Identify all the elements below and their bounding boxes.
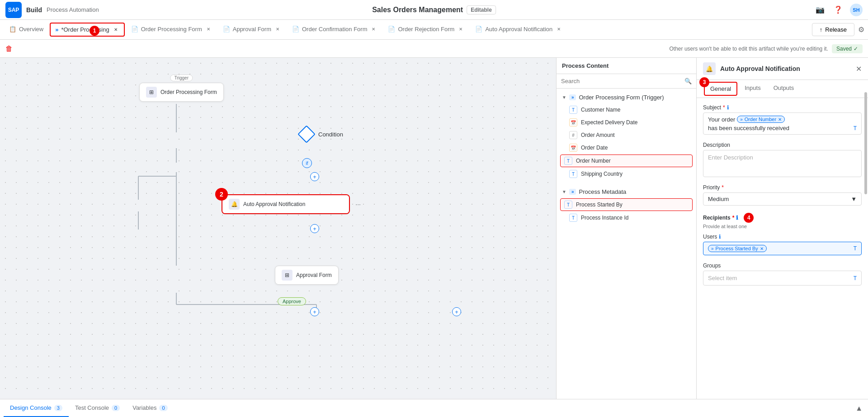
tab-auto-approval-notification[interactable]: 📄 Auto Approval Notification ✕	[470, 20, 568, 39]
item-label-process-started-by: Process Started By	[576, 201, 623, 208]
header-icons: 📷 ❓ SH	[814, 4, 863, 16]
tab-approval-form[interactable]: 📄 Approval Form ✕	[217, 20, 287, 39]
subject-input[interactable]: Your order » Order Number ✕ has been suc…	[703, 112, 862, 135]
users-chip[interactable]: » Process Started By ✕	[708, 245, 767, 252]
tab-outputs-label: Outputs	[774, 84, 794, 91]
description-input[interactable]: Enter Description	[703, 150, 862, 177]
plus-circle-4[interactable]: +	[452, 307, 461, 316]
auto-approval-icon: 🔔	[229, 199, 240, 210]
item-expected-delivery[interactable]: 📅 Expected Delivery Date	[557, 116, 696, 129]
section-header-2[interactable]: ▼ » Process Metadata	[557, 186, 696, 198]
item-order-number[interactable]: T Order Number	[560, 155, 693, 167]
item-type-hash-1: #	[569, 131, 577, 139]
right-panel-close[interactable]: ✕	[856, 65, 862, 73]
close-icon-5[interactable]: ✕	[555, 26, 562, 33]
groups-placeholder: Select item	[708, 275, 737, 281]
approval-box[interactable]: ⊞ Approval Form	[275, 266, 339, 285]
item-process-started-by[interactable]: T Process Started By	[560, 198, 693, 211]
item-order-date[interactable]: 📅 Order Date	[557, 141, 696, 154]
delete-icon[interactable]: 🗑	[5, 45, 13, 53]
approve-badge: Approve	[278, 297, 306, 305]
plus-below-approve[interactable]: +	[310, 307, 319, 316]
auto-approval-box[interactable]: 🔔 Auto Approval Notification	[222, 195, 349, 213]
subject-required: *	[723, 104, 725, 111]
close-icon-1[interactable]: ✕	[205, 26, 212, 33]
close-icon-3[interactable]: ✕	[370, 26, 377, 33]
plus-below-auto[interactable]: +	[310, 224, 319, 233]
section-tag-1: »	[569, 94, 576, 100]
tab-order-rejection-form[interactable]: 📄 Order Rejection Form ✕	[382, 20, 470, 39]
settings-icon[interactable]: ⚙	[858, 25, 864, 34]
close-icon-2[interactable]: ✕	[274, 26, 281, 33]
condition-label: Condition	[318, 131, 343, 138]
plus-circle-1[interactable]: +	[310, 172, 319, 181]
tab-order-processing-close[interactable]: ✕	[112, 26, 119, 33]
chip-close-icon[interactable]: ✕	[778, 117, 782, 122]
section-process-metadata: ▼ » Process Metadata T Process Started B…	[557, 183, 696, 227]
saved-badge: Saved ✓	[832, 44, 863, 53]
subject-prefix: Your order	[708, 116, 735, 123]
tab-order-processing[interactable]: » *Order Processing ✕	[50, 23, 124, 37]
close-icon-4[interactable]: ✕	[457, 26, 464, 33]
bottom-tab-test-console[interactable]: Test Console 0	[69, 399, 126, 417]
section-header-1[interactable]: ▼ » Order Processing Form (Trigger)	[557, 91, 696, 103]
trigger-label: Trigger	[170, 75, 193, 81]
users-type-icon: T	[854, 245, 857, 252]
avatar[interactable]: SH	[850, 4, 863, 16]
item-label-order-amount: Order Amount	[581, 132, 615, 138]
groups-label: Groups	[703, 262, 862, 269]
variables-label: Variables	[132, 404, 156, 411]
bottom-tab-design-console[interactable]: Design Console 3	[4, 399, 69, 417]
users-chip-close[interactable]: ✕	[760, 246, 764, 251]
tab-outputs[interactable]: Outputs	[767, 80, 801, 98]
item-type-cal-2: 📅	[569, 144, 577, 152]
help-icon[interactable]: ❓	[832, 4, 844, 16]
tab-overview[interactable]: 📋 Overview	[4, 20, 49, 39]
tab-inputs[interactable]: Inputs	[738, 80, 767, 98]
description-label: Description	[703, 142, 862, 148]
item-label-expected-delivery: Expected Delivery Date	[581, 119, 637, 126]
section-order-processing-form: ▼ » Order Processing Form (Trigger) T Cu…	[557, 89, 696, 183]
plus-circle-2[interactable]: +	[310, 224, 319, 233]
item-type-T-3: T	[569, 170, 577, 178]
trigger-node-label: Order Processing Form	[160, 89, 217, 95]
tab-overview-label: Overview	[19, 26, 43, 33]
overview-icon: 📋	[9, 26, 16, 33]
priority-field-group: Priority * Medium ▼	[703, 184, 862, 206]
approval-label: Approval Form	[296, 272, 332, 278]
auto-approval-menu[interactable]: ···	[355, 201, 361, 208]
plus-between-1[interactable]: +	[310, 172, 319, 181]
plus-right[interactable]: +	[452, 307, 461, 316]
release-button[interactable]: ↑ Release	[812, 23, 854, 36]
chevron-up-icon[interactable]: ▲	[854, 403, 864, 414]
camera-icon[interactable]: 📷	[814, 4, 826, 16]
subject-chip[interactable]: » Order Number ✕	[737, 116, 785, 123]
right-panel-header: 🔔 Auto Approval Notification ✕	[697, 58, 868, 80]
item-process-instance-id[interactable]: T Process Instance Id	[557, 211, 696, 224]
priority-select[interactable]: Medium ▼	[703, 192, 862, 206]
subject-info-icon[interactable]: ℹ	[727, 104, 729, 111]
tab-order-confirmation-form[interactable]: 📄 Order Confirmation Form ✕	[287, 20, 382, 39]
users-info-icon[interactable]: ℹ	[719, 234, 721, 240]
bottom-tab-variables[interactable]: Variables 0	[126, 399, 174, 417]
plus-circle-3[interactable]: +	[310, 307, 319, 316]
process-search-input[interactable]	[561, 78, 682, 84]
right-panel-scrollbar[interactable]	[864, 92, 867, 195]
design-console-count: 3	[54, 405, 62, 411]
step-badge-4: 4	[744, 213, 754, 223]
item-customer-name[interactable]: T Customer Name	[557, 103, 696, 116]
item-order-amount[interactable]: # Order Amount	[557, 129, 696, 141]
tab-order-processing-form[interactable]: 📄 Order Processing Form ✕	[126, 20, 217, 39]
editable-badge: Editable	[467, 5, 496, 14]
tab-general[interactable]: General 3	[704, 82, 737, 96]
trigger-box[interactable]: ⊞ Order Processing Form	[139, 83, 224, 102]
process-panel-scrollable: ▼ » Order Processing Form (Trigger) T Cu…	[557, 89, 696, 399]
recipients-info-icon[interactable]: ℹ	[736, 215, 738, 221]
trigger-icon: ⊞	[146, 87, 157, 98]
canvas[interactable]: Trigger ⊞ Order Processing Form Conditio…	[0, 58, 556, 399]
item-shipping-country[interactable]: T Shipping Country	[557, 168, 696, 180]
toolbar-right: Other users won't be able to edit this a…	[670, 44, 863, 53]
groups-select[interactable]: Select item T	[703, 271, 862, 286]
users-input[interactable]: » Process Started By ✕ T	[703, 242, 862, 255]
section-arrow-1: ▼	[562, 95, 566, 100]
